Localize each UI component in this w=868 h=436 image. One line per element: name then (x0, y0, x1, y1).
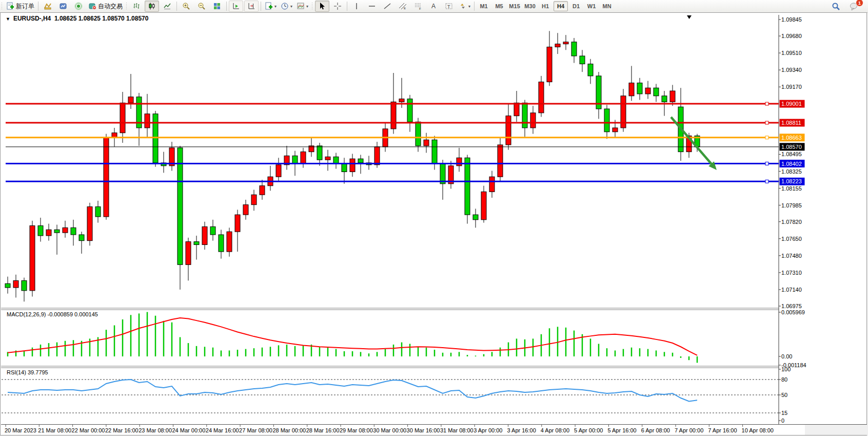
svg-text:F: F (419, 7, 421, 10)
cursor-button[interactable] (315, 1, 329, 12)
timeframe-m30[interactable]: M30 (523, 1, 537, 11)
price-tick-label: 1.09680 (781, 33, 802, 39)
toolbar: 新订单 自动交易 ▾ ▾ (0, 0, 868, 13)
price-badge-label: 1.08811 (781, 120, 801, 126)
profiles-button[interactable] (41, 1, 55, 12)
candle (604, 109, 609, 132)
hline-handle[interactable] (765, 102, 768, 105)
cursor-arrow-icon (318, 2, 326, 10)
candle (227, 232, 232, 252)
auto-scroll-icon (232, 2, 240, 10)
time-axis[interactable]: 20 Mar 202321 Mar 08:0022 Mar 00:0022 Ma… (5, 425, 774, 433)
chart-canvas[interactable]: 1.098451.096801.095101.093401.091701.084… (1, 13, 867, 435)
chart-shift-button[interactable] (244, 1, 259, 12)
tile-windows-button[interactable] (210, 1, 224, 12)
price-tick-label: 1.08155 (781, 185, 802, 192)
rsi-pane: 1008050150 (2, 366, 791, 424)
channel-button[interactable]: E (396, 1, 410, 12)
price-tick-label: 1.09340 (781, 67, 802, 73)
new-chart-dropdown[interactable]: ▾ (263, 1, 278, 12)
hline-handle[interactable] (765, 121, 768, 124)
toolbar-drag-handle[interactable] (126, 2, 128, 10)
market-watch-button[interactable] (56, 1, 70, 12)
chart-candles-button[interactable] (145, 1, 159, 12)
trendline-button[interactable] (380, 1, 394, 12)
notifications-button[interactable]: 1 (846, 1, 861, 12)
timeframe-h4[interactable]: H4 (554, 1, 568, 11)
candle (358, 159, 363, 163)
timeframe-w1[interactable]: W1 (584, 1, 599, 11)
timeframe-m5[interactable]: M5 (492, 1, 506, 11)
hline-handle[interactable] (765, 180, 768, 183)
candle (63, 228, 68, 233)
candle (588, 64, 593, 76)
auto-scroll-button[interactable] (229, 1, 243, 12)
candle (71, 228, 76, 235)
rsi-axis-label: 50 (781, 392, 787, 398)
text-button[interactable]: A (426, 1, 441, 12)
time-label: 10 Apr 08:00 (742, 427, 774, 433)
trend-arrow[interactable] (671, 117, 714, 167)
bar-chart-icon (132, 2, 141, 10)
toolbar-drag-handle[interactable] (1, 2, 3, 10)
timeframe-m15[interactable]: M15 (507, 1, 522, 11)
candle (374, 147, 380, 165)
candle (662, 96, 667, 102)
time-label: 6 Apr 08:00 (641, 427, 670, 433)
timeframe-m1[interactable]: M1 (477, 1, 491, 11)
toolbar-drag-handle[interactable] (311, 2, 313, 10)
price-tick-label: 1.08495 (781, 151, 802, 157)
search-button[interactable] (828, 1, 843, 12)
time-label: 22 Mar 16:00 (105, 427, 139, 433)
candle (104, 138, 109, 217)
time-label: 28 Mar 16:00 (306, 427, 340, 433)
time-label: 7 Apr 00:00 (675, 427, 703, 433)
hline-handle[interactable] (765, 162, 768, 165)
zoom-in-button[interactable] (179, 1, 193, 12)
candle (87, 207, 92, 241)
template-dropdown[interactable]: ▾ (295, 1, 310, 12)
candle (530, 113, 536, 128)
rsi-axis-label: 15 (781, 410, 787, 416)
horizontal-line-button[interactable] (365, 1, 379, 12)
arrows-dropdown[interactable]: ▾ (457, 1, 472, 12)
timeframe-d1[interactable]: D1 (569, 1, 583, 11)
svg-text:T: T (447, 4, 450, 9)
chart-line-button[interactable] (160, 1, 174, 12)
candle (547, 47, 552, 82)
candle (424, 140, 429, 146)
candle (539, 82, 544, 113)
new-order-button[interactable]: 新订单 (5, 1, 36, 12)
arrows-icon (459, 2, 467, 10)
macd-indicator-label: MACD(12,26,9) -0.000859 0.000145 (7, 311, 98, 317)
candle (219, 235, 224, 252)
candle (153, 114, 158, 163)
candle (251, 195, 257, 204)
strategy-tester-button[interactable] (71, 1, 86, 12)
fibonacci-button[interactable]: F (411, 1, 425, 12)
text-label-button[interactable]: T (442, 1, 456, 12)
chart-title: ▼EURUSD-,H4 1.08625 1.08625 1.08570 1.08… (6, 15, 148, 22)
timeframe-mn[interactable]: MN (600, 1, 614, 11)
indicators-icon (297, 2, 305, 10)
period-dropdown[interactable]: ▾ (279, 1, 294, 12)
candle (325, 157, 330, 160)
crosshair-button[interactable] (330, 1, 345, 12)
price-tick-label: 1.09845 (781, 16, 802, 23)
price-tick-label: 1.07820 (781, 219, 802, 225)
candle (563, 42, 568, 44)
collapse-triangle-icon[interactable]: ▼ (6, 16, 10, 22)
candle (457, 158, 462, 166)
zoom-out-button[interactable] (194, 1, 209, 12)
new-order-label: 新订单 (16, 2, 34, 11)
text-icon: A (429, 2, 438, 10)
vertical-line-button[interactable] (349, 1, 364, 12)
auto-trading-button[interactable]: 自动交易 (87, 1, 124, 12)
new-order-icon (6, 2, 14, 10)
timeframe-h1[interactable]: H1 (538, 1, 553, 11)
auto-trading-icon (88, 2, 96, 10)
hline-handle[interactable] (765, 136, 768, 139)
candle (613, 128, 618, 132)
chart-bars-button[interactable] (129, 1, 144, 12)
shift-marker-icon[interactable] (687, 15, 692, 19)
